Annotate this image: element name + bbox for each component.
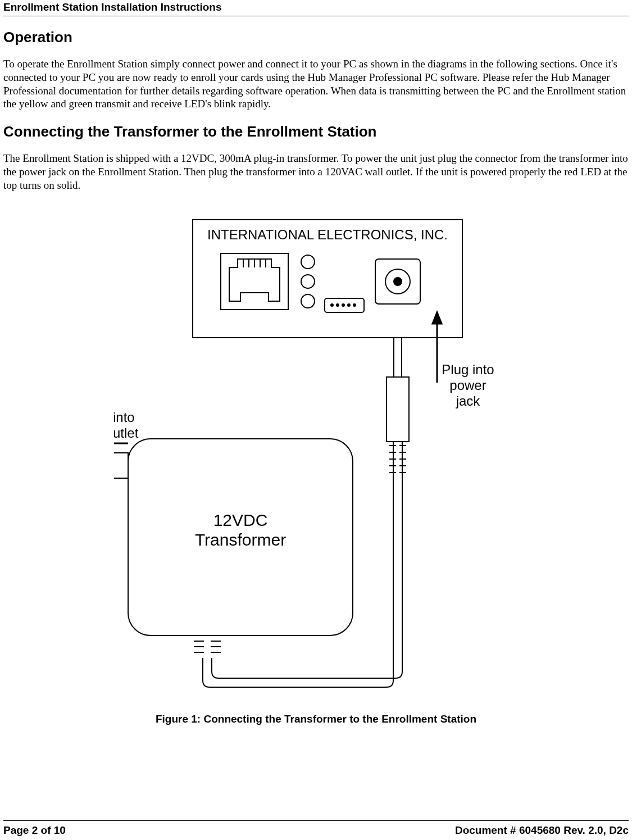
svg-point-11: [331, 304, 333, 306]
wall-plug-icon: [114, 453, 128, 478]
svg-rect-21: [394, 338, 402, 377]
label-wall-l2: wall outlet: [114, 425, 139, 441]
transformer-diagram-icon: INTERNATIONAL ELECTRONICS, INC.: [114, 214, 519, 697]
header-title: Enrollment Station Installation Instruct…: [3, 1, 221, 13]
transformer-label-l1: 12VDC: [213, 511, 267, 529]
transformer-label-l2: Transformer: [194, 530, 285, 549]
label-wall-l1: Plug into: [114, 410, 135, 425]
section-heading-connecting: Connecting the Transformer to the Enroll…: [3, 123, 629, 140]
arrow-power-jack-icon: [433, 312, 442, 383]
footer-page: Page 2 of 10: [3, 824, 66, 837]
page-footer: Page 2 of 10 Document # 6045680 Rev. 2.0…: [3, 820, 629, 837]
svg-point-13: [342, 304, 344, 306]
svg-point-12: [337, 304, 339, 306]
figure-caption: Figure 1: Connecting the Transformer to …: [3, 713, 629, 725]
label-power-jack-l1: Plug into: [442, 362, 494, 377]
page-header: Enrollment Station Installation Instruct…: [3, 0, 629, 16]
cable-strain-bottom-icon: [194, 641, 221, 652]
section-body-connecting: The Enrollment Station is shipped with a…: [3, 152, 629, 192]
section-body-operation: To operate the Enrollment Station simply…: [3, 57, 629, 111]
company-label: INTERNATIONAL ELECTRONICS, INC.: [207, 227, 447, 242]
figure-1: INTERNATIONAL ELECTRONICS, INC.: [3, 214, 629, 725]
svg-point-14: [348, 304, 350, 306]
barrel-plug-icon: [387, 338, 409, 442]
label-power-jack-l2: power: [449, 378, 486, 393]
svg-point-15: [353, 304, 356, 306]
svg-rect-39: [114, 453, 128, 478]
cable-strain-vertical-icon: [389, 446, 406, 473]
footer-docnum: Document # 6045680 Rev. 2.0, D2c: [455, 824, 629, 837]
svg-point-18: [394, 278, 402, 285]
label-power-jack-l3: jack: [455, 393, 480, 408]
section-heading-operation: Operation: [3, 29, 629, 46]
svg-rect-22: [387, 377, 409, 442]
